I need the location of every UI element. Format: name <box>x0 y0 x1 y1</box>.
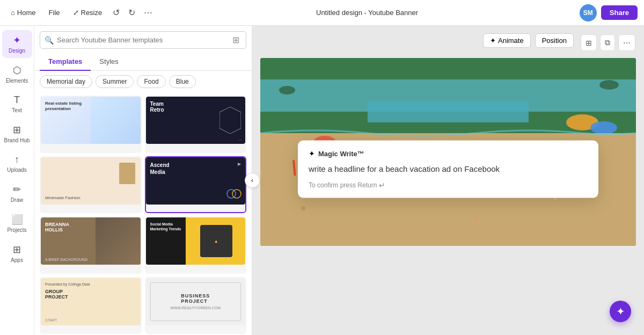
share-button[interactable]: Share <box>601 5 638 20</box>
magic-write-hint: To confirm press Return ↵ <box>309 181 588 190</box>
home-button[interactable]: ⌂ Home <box>6 6 40 19</box>
magic-write-input[interactable]: write a headline for a beach vacation ad… <box>309 163 588 174</box>
sidebar-item-uploads[interactable]: ↑ Uploads <box>2 150 32 177</box>
file-label: File <box>49 9 60 17</box>
more-button[interactable]: ⋯ <box>142 5 155 20</box>
resize-button[interactable]: ⤢ Resize <box>69 6 107 19</box>
template-card[interactable]: TeamRetro ... <box>145 96 247 153</box>
uploads-icon: ↑ <box>14 154 19 165</box>
svg-point-18 <box>472 216 478 222</box>
template-card[interactable]: BREANNAHOLLIS A BRIEF BACKGROUND <box>40 216 142 274</box>
sidebar-item-projects[interactable]: ⬜ Projects <box>2 209 32 237</box>
sidebar-item-label: Uploads <box>7 167 27 173</box>
template-card[interactable]: Mintmade Fashion <box>40 156 142 214</box>
search-input[interactable] <box>57 32 227 48</box>
search-bar: 🔍 ⊞ <box>40 31 246 49</box>
apps-icon: ⊞ <box>13 244 21 256</box>
magic-write-title: Magic Write™ <box>318 149 364 157</box>
toolbar-left: ⌂ Home File ⤢ Resize ↺ ↻ ⋯ <box>6 5 155 20</box>
sidebar-item-label: Brand Hub <box>4 137 30 143</box>
sidebar-item-draw[interactable]: ✏ Draw <box>2 179 32 207</box>
sidebar-item-label: Text <box>12 107 21 113</box>
home-icon: ⌂ <box>11 9 15 17</box>
sidebar-item-label: Apps <box>11 257 23 263</box>
brand-hub-icon: ⊞ <box>13 124 21 136</box>
return-icon: ↵ <box>379 181 385 190</box>
main-area: ✦ Design ⬡ Elements T Text ⊞ Brand Hub ↑… <box>0 26 644 335</box>
sidebar-item-label: Draw <box>11 197 23 203</box>
magic-write-popup: ✦ Magic Write™ write a headline for a be… <box>298 141 598 198</box>
animate-icon: ✦ <box>490 37 496 45</box>
avatar[interactable]: SM <box>580 4 597 21</box>
sidebar-item-text[interactable]: T Text <box>2 90 32 118</box>
draw-icon: ✏ <box>13 184 21 195</box>
undo-button[interactable]: ↺ <box>111 5 122 20</box>
magic-write-hint-text: To confirm press Return <box>309 181 377 189</box>
redo-button[interactable]: ↻ <box>126 5 137 20</box>
sidebar-item-apps[interactable]: ⊞ Apps <box>2 239 32 267</box>
toolbar-right: SM Share <box>580 4 638 21</box>
magic-write-icon: ✦ <box>309 149 315 158</box>
svg-point-1 <box>232 190 241 198</box>
sidebar-item-design[interactable]: ✦ Design <box>2 30 32 58</box>
canvas-toolbar: ⊞ ⧉ ⋯ <box>581 34 635 51</box>
template-card[interactable]: BUSINESSPROJECT WWW.REALITYGREEN.COM <box>145 277 247 334</box>
tab-styles[interactable]: Styles <box>91 53 127 71</box>
resize-label: Resize <box>81 9 103 17</box>
tabs-row: Templates Styles <box>34 53 252 71</box>
text-icon: T <box>14 94 20 106</box>
magic-write-header: ✦ Magic Write™ <box>309 149 588 158</box>
resize-icon: ⤢ <box>73 9 79 17</box>
duplicate-tool-button[interactable]: ⧉ <box>600 34 615 51</box>
chip-memorial-day[interactable]: Memorial day <box>40 75 92 88</box>
toolbar: ⌂ Home File ⤢ Resize ↺ ↻ ⋯ Untitled desi… <box>0 0 644 26</box>
grid-tool-button[interactable]: ⊞ <box>581 34 597 51</box>
home-label: Home <box>17 9 36 17</box>
svg-point-22 <box>279 86 295 94</box>
design-icon: ✦ <box>13 34 21 46</box>
svg-point-23 <box>599 80 619 90</box>
elements-icon: ⬡ <box>13 64 21 76</box>
templates-grid: Real estate listingpresentation 01 TeamR… <box>34 92 252 335</box>
filter-chips: Memorial day Summer Food Blue <box>34 71 252 92</box>
hide-panel-button[interactable]: ‹ <box>245 173 260 188</box>
animate-label: Animate <box>498 37 524 45</box>
design-title[interactable]: Untitled design - Youtube Banner <box>312 6 422 19</box>
sidebar-item-label: Elements <box>6 78 28 84</box>
file-button[interactable]: File <box>45 6 64 19</box>
toolbar-center: Untitled design - Youtube Banner <box>159 6 575 19</box>
svg-point-6 <box>590 121 617 134</box>
svg-point-17 <box>301 206 305 210</box>
canvas-wrapper: ✦ Magic Write™ write a headline for a be… <box>260 58 636 246</box>
canvas-image[interactable]: ✦ Magic Write™ write a headline for a be… <box>260 58 636 246</box>
svg-rect-4 <box>368 101 529 122</box>
chip-blue[interactable]: Blue <box>169 75 196 88</box>
sidebar-item-elements[interactable]: ⬡ Elements <box>2 60 32 88</box>
animate-button[interactable]: ✦ Animate <box>483 33 531 48</box>
panel-wrapper: 🔍 ⊞ Templates Styles Memorial day Summer… <box>34 26 252 335</box>
tab-templates[interactable]: Templates <box>40 53 91 71</box>
search-icon: 🔍 <box>45 36 54 45</box>
sidebar-item-label: Design <box>9 48 25 54</box>
fab-button[interactable]: ✦ <box>610 301 631 322</box>
templates-panel: 🔍 ⊞ Templates Styles Memorial day Summer… <box>34 26 252 335</box>
projects-icon: ⬜ <box>11 214 23 225</box>
canvas-area: ✦ Animate Position ⊞ ⧉ ⋯ <box>252 26 644 335</box>
chip-summer[interactable]: Summer <box>96 75 134 88</box>
template-card[interactable]: Real estate listingpresentation 01 <box>40 96 142 153</box>
template-card[interactable]: Presented by Colinga Deal GROUPPROJECT S… <box>40 277 142 334</box>
sidebar-item-brand-hub[interactable]: ⊞ Brand Hub <box>2 120 32 148</box>
more-tool-button[interactable]: ⋯ <box>618 34 635 51</box>
template-card[interactable]: Social Media Marketing Trends ▲ <box>145 216 247 274</box>
canvas-actions: ✦ Animate Position <box>483 33 574 48</box>
filter-button[interactable]: ⊞ <box>230 33 241 47</box>
position-button[interactable]: Position <box>535 33 574 48</box>
sidebar: ✦ Design ⬡ Elements T Text ⊞ Brand Hub ↑… <box>0 26 34 335</box>
position-label: Position <box>542 37 567 45</box>
template-card[interactable]: AscendMedia ▶ <box>145 156 247 214</box>
chip-food[interactable]: Food <box>137 75 165 88</box>
sidebar-item-label: Projects <box>7 227 26 233</box>
svg-point-0 <box>227 190 236 198</box>
